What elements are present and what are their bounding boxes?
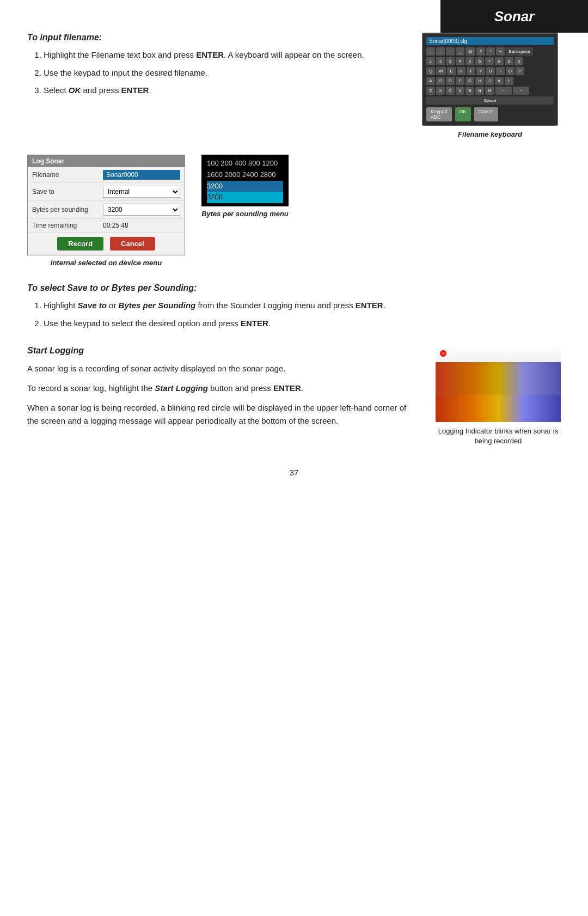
key-at: @: [465, 47, 475, 56]
start-logging-left: Start Logging A sonar log is a recording…: [27, 346, 419, 446]
logging-indicator-dot: [440, 350, 446, 357]
bytes-item-800: 800: [248, 159, 260, 167]
bytes-item-2000: 2000: [225, 170, 241, 179]
key-h[interactable]: H: [475, 77, 484, 85]
key-right-arrow[interactable]: →: [513, 87, 529, 95]
bytes-item-2400: 2400: [242, 170, 258, 179]
filename-label: Filename: [32, 171, 103, 179]
step-2: Use the keypad to input the desired file…: [44, 67, 403, 80]
sonar-image: [436, 346, 561, 422]
key-f[interactable]: F: [456, 77, 464, 85]
key-n[interactable]: N: [475, 87, 484, 95]
filename-row: Filename: [28, 167, 185, 183]
keyboard-cancel-button[interactable]: Cancel: [474, 107, 498, 121]
page-title: Sonar: [494, 8, 535, 25]
key-1[interactable]: 1: [426, 57, 435, 65]
step-1: Highlight the Filename text box and pres…: [44, 49, 403, 62]
bytes-item-100: 100: [207, 159, 219, 167]
select-section: To select Save to or Bytes per Sounding:…: [27, 283, 561, 329]
start-logging-right: Logging Indicator blinks when sonar is b…: [436, 346, 561, 446]
key-t[interactable]: T: [467, 67, 475, 75]
bytes-menu-area: 100 200 400 800 1200 1600 2000 2400 2800…: [201, 155, 561, 267]
key-8[interactable]: 8: [495, 57, 504, 65]
key-a[interactable]: A: [426, 77, 435, 85]
keyboard-row-q: Q W E R T Y U I O P: [426, 67, 554, 75]
filename-input[interactable]: [103, 170, 180, 180]
key-0[interactable]: 0: [514, 57, 523, 65]
key-s[interactable]: S: [436, 77, 445, 85]
time-remaining-label: Time remaining: [32, 222, 103, 229]
filename-value: [103, 170, 180, 180]
key-x[interactable]: X: [436, 87, 445, 95]
sonar-bottom-area: [436, 395, 561, 422]
key-dot: .: [426, 47, 435, 56]
sonar-middle-area: [436, 362, 561, 395]
key-underscore: _: [456, 47, 464, 56]
key-c[interactable]: C: [446, 87, 455, 95]
keyboard-row-1: 1 2 3 4 5 6 7 8 9 0: [426, 57, 554, 65]
device-menu-caption: Internal selected on device menu: [27, 259, 185, 267]
bytes-item-3200-selected: 3200: [207, 181, 283, 192]
save-to-select[interactable]: Internal SD Card: [103, 186, 180, 198]
key-space[interactable]: Space: [426, 96, 554, 105]
key-w[interactable]: W: [436, 67, 446, 75]
page-number: 37: [27, 468, 561, 477]
key-4[interactable]: 4: [456, 57, 464, 65]
start-logging-para-2: To record a sonar log, highlight the Sta…: [27, 382, 419, 395]
save-to-row: Save to Internal SD Card: [28, 183, 185, 201]
keyboard-row-space: Space: [426, 96, 554, 105]
key-z[interactable]: Z: [426, 87, 435, 95]
step-3: Select OK and press ENTER.: [44, 84, 403, 97]
time-remaining-value: 00:25:48: [103, 222, 180, 229]
key-y[interactable]: Y: [476, 67, 485, 75]
select-step-1: Highlight Save to or Bytes per Sounding …: [44, 300, 561, 312]
record-button[interactable]: Record: [57, 237, 103, 251]
key-j[interactable]: J: [485, 77, 494, 85]
key-m[interactable]: M: [485, 87, 494, 95]
keyboard-row-z: Z X C V B N M ← →: [426, 87, 554, 95]
keypad-abc-button[interactable]: KeypadABC: [426, 107, 452, 121]
device-menu-area: Log Sonar Filename Save to Internal SD C…: [27, 155, 185, 267]
key-r[interactable]: R: [457, 67, 465, 75]
bytes-per-sounding-value: 3200 100 200: [103, 204, 180, 216]
key-q[interactable]: Q: [426, 67, 435, 75]
key-k[interactable]: K: [495, 77, 504, 85]
key-o[interactable]: O: [506, 67, 514, 75]
start-logging-section: Start Logging A sonar log is a recording…: [27, 346, 561, 446]
bytes-item-2800: 2800: [260, 170, 276, 179]
key-i[interactable]: I: [496, 67, 505, 75]
key-p[interactable]: P: [516, 67, 524, 75]
key-l[interactable]: L: [505, 77, 513, 85]
key-5[interactable]: 5: [465, 57, 474, 65]
key-d[interactable]: D: [446, 77, 455, 85]
key-u[interactable]: U: [486, 67, 495, 75]
key-b[interactable]: B: [465, 87, 474, 95]
cancel-button[interactable]: Cancel: [110, 237, 155, 251]
bytes-per-sounding-select[interactable]: 3200 100 200: [103, 204, 180, 216]
keyboard-row-special: . , - _ @ # * + Backspace: [426, 47, 554, 56]
start-logging-para-1: A sonar log is a recording of sonar acti…: [27, 362, 419, 375]
bytes-item-400: 400: [235, 159, 247, 167]
key-3[interactable]: 3: [446, 57, 455, 65]
key-g[interactable]: G: [465, 77, 474, 85]
bytes-menu-box: 100 200 400 800 1200 1600 2000 2400 2800…: [201, 155, 289, 206]
device-menu-buttons: Record Cancel: [28, 233, 185, 255]
key-dash: -: [446, 47, 455, 56]
input-filename-steps: Highlight the Filename text box and pres…: [44, 49, 403, 97]
keyboard-bottom-bar: KeypadABC OK Cancel: [426, 107, 554, 121]
key-v[interactable]: V: [456, 87, 464, 95]
keyboard-ok-button[interactable]: OK: [455, 107, 471, 121]
bytes-menu-caption: Bytes per sounding menu: [201, 210, 289, 218]
key-e[interactable]: E: [447, 67, 456, 75]
sonar-top-area: [436, 346, 561, 362]
select-steps: Highlight Save to or Bytes per Sounding …: [44, 300, 561, 329]
key-star: *: [486, 47, 495, 56]
key-9[interactable]: 9: [505, 57, 513, 65]
key-2[interactable]: 2: [436, 57, 445, 65]
key-backspace[interactable]: Backspace: [506, 47, 533, 56]
input-filename-section: To input filename: Highlight the Filenam…: [27, 33, 403, 138]
key-left-arrow[interactable]: ←: [495, 87, 512, 95]
key-6[interactable]: 6: [475, 57, 484, 65]
keyboard-caption: Filename keyboard: [458, 130, 522, 138]
key-7[interactable]: 7: [485, 57, 494, 65]
